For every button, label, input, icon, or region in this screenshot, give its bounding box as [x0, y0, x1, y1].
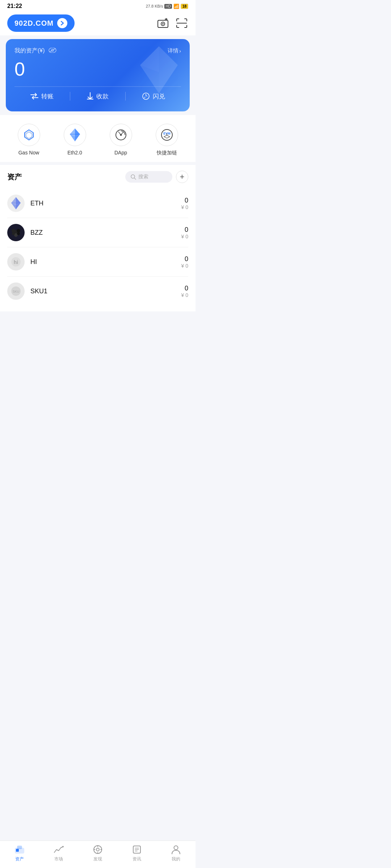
- quick-link-gas-now[interactable]: Gas Now: [18, 124, 40, 156]
- search-area: 搜索 +: [125, 171, 188, 183]
- hi-logo: hi: [7, 253, 25, 271]
- asset-row[interactable]: BZZ 0 ¥ 0: [7, 218, 188, 247]
- svg-point-34: [17, 229, 20, 233]
- hi-cny: ¥ 0: [181, 263, 188, 269]
- eth-logo: [7, 195, 25, 212]
- asset-symbol-bzz: BZZ: [30, 229, 181, 237]
- sku1-logo: SKU: [7, 282, 25, 300]
- asset-row[interactable]: SKU SKU1 0 ¥ 0: [7, 277, 188, 306]
- transfer-button[interactable]: 转账: [14, 92, 70, 101]
- section-title: 资产: [7, 172, 22, 182]
- eth-cny: ¥ 0: [181, 204, 188, 210]
- header: 902D.COM: [0, 11, 196, 35]
- asset-row[interactable]: ETH 0 ¥ 0: [7, 189, 188, 218]
- asset-section-header: 资产 搜索 +: [7, 171, 188, 183]
- asset-row[interactable]: hi HI 0 ¥ 0: [7, 247, 188, 277]
- evm-icon: EVM: [156, 124, 178, 146]
- hd-badge: HD: [164, 4, 172, 9]
- svg-text:hi: hi: [14, 259, 18, 265]
- quick-link-evm[interactable]: EVM 快捷加链: [156, 124, 178, 156]
- search-box[interactable]: 搜索: [125, 171, 172, 183]
- dapp-label: DApp: [114, 150, 127, 156]
- svg-point-2: [162, 23, 164, 25]
- asset-label: 我的资产(¥): [14, 47, 45, 55]
- eth2-icon: [64, 124, 86, 146]
- eth-qty: 0: [181, 197, 188, 204]
- svg-text:SKU: SKU: [13, 290, 20, 293]
- sku1-cny: ¥ 0: [181, 292, 188, 298]
- svg-point-22: [120, 134, 122, 136]
- scan-icon[interactable]: [175, 17, 188, 30]
- eth-diamond-bg: [139, 46, 179, 95]
- svg-marker-28: [11, 197, 16, 205]
- asset-amount-sku1: 0 ¥ 0: [181, 285, 188, 298]
- search-placeholder: 搜索: [138, 174, 148, 180]
- asset-label-row: 我的资产(¥): [14, 47, 56, 55]
- eye-icon[interactable]: [49, 48, 56, 54]
- svg-marker-27: [16, 197, 21, 205]
- speed-indicator: 27.8 KB/s: [146, 4, 163, 8]
- brand-arrow-icon: [57, 18, 67, 28]
- quick-links: Gas Now Eth2.0 DApp: [0, 115, 196, 162]
- status-icons: 27.8 KB/s HD 📶 18: [146, 4, 188, 9]
- asset-amount-bzz: 0 ¥ 0: [181, 226, 188, 239]
- asset-amount-hi: 0 ¥ 0: [181, 255, 188, 269]
- status-bar: 21:22 27.8 KB/s HD 📶 18: [0, 0, 196, 11]
- receive-button[interactable]: 收款: [70, 92, 126, 101]
- search-icon: [130, 174, 136, 180]
- brand-button[interactable]: 902D.COM: [7, 14, 75, 32]
- quick-link-eth2[interactable]: Eth2.0: [64, 124, 86, 156]
- add-asset-button[interactable]: +: [176, 171, 188, 183]
- sku1-qty: 0: [181, 285, 188, 292]
- header-action-icons: [156, 17, 188, 30]
- svg-point-36: [12, 232, 15, 235]
- asset-card: 我的资产(¥) 详情 › 0 转账: [6, 39, 190, 111]
- asset-section: 资产 搜索 + ETH: [0, 165, 196, 311]
- bzz-logo: [7, 224, 25, 241]
- bzz-cny: ¥ 0: [181, 234, 188, 239]
- signal-icon: 📶: [173, 4, 179, 9]
- battery-indicator: 18: [181, 4, 188, 9]
- bzz-qty: 0: [181, 226, 188, 234]
- svg-line-26: [134, 178, 136, 179]
- asset-amount-eth: 0 ¥ 0: [181, 197, 188, 210]
- evm-label: 快捷加链: [157, 150, 177, 156]
- brand-text: 902D.COM: [14, 19, 54, 27]
- dapp-icon: [110, 124, 132, 146]
- eth2-label: Eth2.0: [67, 150, 82, 156]
- status-time: 21:22: [7, 3, 22, 9]
- asset-symbol-hi: HI: [30, 258, 181, 266]
- asset-symbol-eth: ETH: [30, 200, 181, 207]
- gas-now-label: Gas Now: [18, 150, 39, 156]
- svg-point-37: [17, 232, 20, 235]
- gas-now-icon: [18, 124, 40, 146]
- svg-point-33: [12, 229, 15, 233]
- hi-qty: 0: [181, 255, 188, 263]
- camera-add-icon[interactable]: [156, 17, 169, 30]
- quick-link-dapp[interactable]: DApp: [110, 124, 132, 156]
- asset-symbol-sku1: SKU1: [30, 288, 181, 295]
